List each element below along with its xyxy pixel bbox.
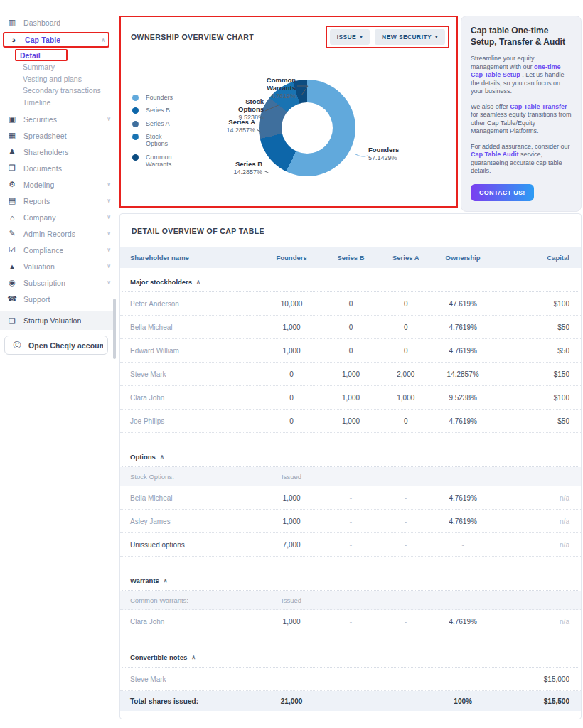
issue-button[interactable]: ISSUE▾ [330,29,370,45]
sidebar-item-label: Reports [23,197,50,205]
cell-founders: 1,000 [260,518,323,525]
shareholder-name[interactable]: Joe Philips [130,417,260,425]
column-header: Series B [323,254,378,262]
spreadsheet-icon: ▦ [7,131,17,140]
table-row: Steve Mark01,0002,00014.2857%$150 [120,363,581,386]
section-name: Options [130,453,156,461]
shareholder-name[interactable]: Bella Micheal [130,494,260,502]
chevron-up-icon[interactable]: ∧ [191,654,196,660]
sidebar-item-company[interactable]: ⌂Company∨ [0,209,115,225]
sidebar-subitem-detail[interactable]: Detail [15,49,68,61]
cell-ownership: 4.7619% [433,518,492,525]
cell-founders: 10,000 [260,300,323,308]
promo-paragraph: Streamline your equity management with o… [471,55,572,96]
cell-ownership: 9.5238% [433,394,492,402]
cap-table-body: Shareholder nameFoundersSeries BSeries A… [120,247,581,711]
modeling-icon: ⚙ [7,180,17,189]
sidebar-item-startup-valuation[interactable]: ❏Startup Valuation [0,311,115,330]
sidebar-item-spreadsheet[interactable]: ▦Spreadsheet [0,127,115,144]
cell-series-b: 1,000 [323,394,378,402]
sidebar-item-label: Shareholders [23,148,69,156]
chevron-down-icon[interactable]: ∨ [107,198,111,204]
cell-series-b: 0 [323,300,378,308]
column-header: Founders [260,254,323,262]
legend-label: Series A [146,120,177,127]
sidebar-item-modeling[interactable]: ⚙Modeling∨ [0,176,115,193]
cell-ownership: 4.7619% [433,494,492,502]
chevron-down-icon[interactable]: ∨ [107,214,111,220]
sidebar-subitem-vesting-and-plans[interactable]: Vesting and plans [0,73,115,85]
legend-item: Common Warrants [132,154,177,168]
sidebar-item-securities[interactable]: ▣Securities∨ [0,111,115,127]
shareholder-name[interactable]: Steve Mark [130,370,260,378]
table-subheader-row: Stock Options:Issued [120,467,581,486]
table-row: Bella Micheal1,000004.7619%$50 [120,316,581,339]
scrollbar-thumb[interactable] [113,299,116,359]
chevron-down-icon[interactable]: ∨ [107,181,111,188]
slice-label-percent: 9.5238% [225,114,264,121]
promo-text: Streamline your equity management with o… [471,55,535,70]
sidebar-item-subscription[interactable]: ◉Subscription∨ [0,274,115,291]
new-security-button[interactable]: NEW SECURITY▾ [375,29,445,45]
slice-label-percent: 14.2857% [224,168,262,176]
shareholder-name[interactable]: Bella Micheal [130,323,260,331]
sidebar-item-cap-table[interactable]: ◕Cap Table∧ [3,32,109,48]
shareholder-name[interactable]: Peter Anderson [130,300,260,308]
chevron-down-icon[interactable]: ∨ [107,230,111,237]
shareholder-name[interactable]: Edward William [130,347,260,355]
cell-series-b: - [323,541,378,549]
chevron-down-icon[interactable]: ∨ [107,279,111,286]
sidebar-item-shareholders[interactable]: ♟Shareholders [0,144,115,160]
table-row: Edward William1,000004.7619%$50 [120,339,581,363]
chevron-down-icon[interactable]: ∨ [107,247,111,253]
sidebar-item-compliance[interactable]: ☑Compliance∨ [0,242,115,258]
chevron-up-icon[interactable]: ∧ [196,279,200,285]
shareholder-name[interactable]: Asley James [130,518,260,525]
chevron-up-icon[interactable]: ∧ [160,454,164,460]
table-row: Clara John01,0001,0009.5238%$100 [120,386,581,410]
sidebar-subitem-summary[interactable]: Summary [0,61,115,73]
chevron-up-icon[interactable]: ∧ [164,577,168,584]
cell-series-b: - [323,518,378,525]
chevron-down-icon[interactable]: ∨ [107,116,111,122]
legend-item: Founders [132,94,177,101]
chart-title: OWNERSHIP OVERVIEW CHART [131,33,254,41]
shareholder-name[interactable]: Clara John [130,618,260,626]
legend-swatch-icon [132,107,139,114]
cell-ownership: 14.2857% [433,370,492,378]
cell-series-b: 0 [323,347,378,355]
section-name: Convertible notes [130,653,187,661]
cell-capital: $50 [493,323,569,331]
startup-valuation-icon: ❏ [7,316,17,326]
shareholder-name[interactable]: Steve Mark [130,675,260,683]
table-subheader-row: Common Warrants:Issued [120,591,581,610]
shareholder-name[interactable]: Clara John [130,394,260,402]
subheader-value: Issued [260,473,323,481]
sidebar-subitem-timeline[interactable]: Timeline [0,97,115,109]
sidebar-item-support[interactable]: ☎Support [0,291,115,307]
cell-capital: n/a [493,494,569,502]
contact-us-button[interactable]: CONTACT US! [471,184,534,201]
cell-ownership: 47.619% [433,300,492,308]
promo-link[interactable]: Cap Table Audit [471,151,519,158]
cell-series-a: - [378,541,433,549]
chevron-down-icon[interactable]: ∨ [107,263,111,269]
sidebar-item-admin-records[interactable]: ✎Admin Records∨ [0,225,115,242]
cap-table-icon: ◕ [9,36,18,44]
legend-swatch-icon [132,134,139,140]
sidebar-item-label: Dashboard [23,18,60,27]
sidebar-item-open-cheqly-account[interactable]: ⒸOpen Cheqly account [4,336,108,355]
table-title: DETAIL OVERVIEW OF CAP TABLE [120,227,581,235]
sidebar-item-label: Securities [23,115,57,124]
promo-link[interactable]: Cap Table Transfer [510,103,567,110]
sidebar-item-documents[interactable]: ❐Documents [0,160,115,176]
chevron-down-icon: ▾ [435,34,438,40]
sidebar-item-reports[interactable]: ▤Reports∨ [0,193,115,209]
cell-capital: n/a [493,541,569,549]
sidebar-subitem-secondary-transactions[interactable]: Secondary transactions [0,85,115,97]
total-value: $15,500 [493,697,569,705]
sidebar-item-valuation[interactable]: ▲Valuation∨ [0,258,115,274]
sidebar-item-dashboard[interactable]: ▥Dashboard [0,14,115,31]
chevron-up-icon[interactable]: ∧ [101,37,105,43]
cell-founders: 1,000 [260,494,323,502]
